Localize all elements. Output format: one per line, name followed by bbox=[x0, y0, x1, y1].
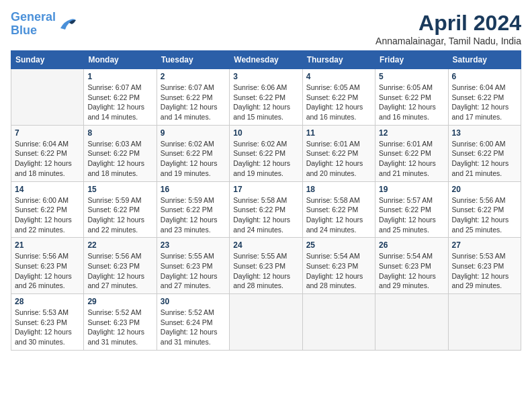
calendar-cell: 6Sunrise: 6:04 AMSunset: 6:22 PMDaylight… bbox=[448, 69, 521, 126]
day-info: Sunrise: 5:58 AMSunset: 6:22 PMDaylight:… bbox=[306, 195, 371, 235]
day-number: 29 bbox=[87, 297, 152, 306]
calendar-cell: 13Sunrise: 6:00 AMSunset: 6:22 PMDayligh… bbox=[448, 125, 521, 181]
day-number: 15 bbox=[87, 185, 152, 194]
month-title: April 2024 bbox=[375, 11, 521, 36]
day-info: Sunrise: 5:55 AMSunset: 6:23 PMDaylight:… bbox=[233, 251, 298, 291]
day-info: Sunrise: 6:01 AMSunset: 6:22 PMDaylight:… bbox=[306, 139, 371, 179]
logo-bird-icon bbox=[57, 16, 77, 32]
day-number: 23 bbox=[161, 240, 226, 250]
logo: General Blue bbox=[11, 11, 77, 38]
weekday-header-tuesday: Tuesday bbox=[157, 51, 229, 69]
day-info: Sunrise: 5:53 AMSunset: 6:23 PMDaylight:… bbox=[15, 308, 80, 347]
calendar-cell: 30Sunrise: 5:52 AMSunset: 6:24 PMDayligh… bbox=[157, 294, 229, 351]
day-number: 9 bbox=[161, 128, 226, 138]
calendar-cell: 5Sunrise: 6:05 AMSunset: 6:22 PMDaylight… bbox=[375, 69, 448, 126]
calendar-cell: 18Sunrise: 5:58 AMSunset: 6:22 PMDayligh… bbox=[302, 181, 375, 238]
location-text: Annamalainagar, Tamil Nadu, India bbox=[375, 36, 521, 46]
day-number: 30 bbox=[161, 297, 226, 306]
day-info: Sunrise: 5:59 AMSunset: 6:22 PMDaylight:… bbox=[87, 195, 152, 235]
calendar-cell: 9Sunrise: 6:02 AMSunset: 6:22 PMDaylight… bbox=[157, 125, 229, 181]
calendar-cell: 23Sunrise: 5:55 AMSunset: 6:23 PMDayligh… bbox=[157, 238, 229, 294]
weekday-header-wednesday: Wednesday bbox=[230, 51, 302, 69]
calendar-week-row: 21Sunrise: 5:56 AMSunset: 6:23 PMDayligh… bbox=[11, 238, 521, 294]
title-block: April 2024 Annamalainagar, Tamil Nadu, I… bbox=[375, 11, 521, 46]
day-info: Sunrise: 6:07 AMSunset: 6:22 PMDaylight:… bbox=[161, 83, 226, 122]
calendar-cell bbox=[302, 294, 375, 351]
day-info: Sunrise: 5:57 AMSunset: 6:22 PMDaylight:… bbox=[379, 195, 444, 235]
day-number: 10 bbox=[233, 128, 298, 138]
weekday-header-thursday: Thursday bbox=[302, 51, 375, 69]
day-info: Sunrise: 6:00 AMSunset: 6:22 PMDaylight:… bbox=[15, 195, 80, 235]
logo-general: General bbox=[11, 10, 56, 24]
page-header: General Blue April 2024 Annamalainagar, … bbox=[11, 11, 521, 46]
calendar-week-row: 7Sunrise: 6:04 AMSunset: 6:22 PMDaylight… bbox=[11, 125, 521, 181]
calendar-cell: 27Sunrise: 5:53 AMSunset: 6:23 PMDayligh… bbox=[448, 238, 521, 294]
day-number: 7 bbox=[15, 128, 80, 138]
day-info: Sunrise: 6:07 AMSunset: 6:22 PMDaylight:… bbox=[87, 83, 152, 122]
day-info: Sunrise: 5:56 AMSunset: 6:22 PMDaylight:… bbox=[452, 195, 517, 235]
day-info: Sunrise: 6:04 AMSunset: 6:22 PMDaylight:… bbox=[15, 139, 80, 179]
calendar-cell bbox=[375, 294, 448, 351]
day-info: Sunrise: 6:05 AMSunset: 6:22 PMDaylight:… bbox=[306, 83, 371, 122]
day-info: Sunrise: 5:56 AMSunset: 6:23 PMDaylight:… bbox=[87, 251, 152, 291]
calendar-cell: 20Sunrise: 5:56 AMSunset: 6:22 PMDayligh… bbox=[448, 181, 521, 238]
day-number: 22 bbox=[87, 240, 152, 250]
calendar-cell: 11Sunrise: 6:01 AMSunset: 6:22 PMDayligh… bbox=[302, 125, 375, 181]
calendar-cell: 19Sunrise: 5:57 AMSunset: 6:22 PMDayligh… bbox=[375, 181, 448, 238]
calendar-header: SundayMondayTuesdayWednesdayThursdayFrid… bbox=[11, 51, 521, 69]
day-number: 20 bbox=[452, 185, 517, 194]
day-info: Sunrise: 6:02 AMSunset: 6:22 PMDaylight:… bbox=[233, 139, 298, 179]
day-number: 1 bbox=[87, 72, 152, 81]
day-number: 28 bbox=[15, 297, 80, 306]
calendar-cell: 26Sunrise: 5:54 AMSunset: 6:23 PMDayligh… bbox=[375, 238, 448, 294]
day-number: 18 bbox=[306, 185, 371, 194]
calendar-cell: 16Sunrise: 5:59 AMSunset: 6:22 PMDayligh… bbox=[157, 181, 229, 238]
day-info: Sunrise: 5:59 AMSunset: 6:22 PMDaylight:… bbox=[161, 195, 226, 235]
day-info: Sunrise: 6:04 AMSunset: 6:22 PMDaylight:… bbox=[452, 83, 517, 122]
day-info: Sunrise: 5:54 AMSunset: 6:23 PMDaylight:… bbox=[379, 251, 444, 291]
calendar-cell: 2Sunrise: 6:07 AMSunset: 6:22 PMDaylight… bbox=[157, 69, 229, 126]
calendar-cell: 25Sunrise: 5:54 AMSunset: 6:23 PMDayligh… bbox=[302, 238, 375, 294]
calendar-cell: 22Sunrise: 5:56 AMSunset: 6:23 PMDayligh… bbox=[84, 238, 157, 294]
day-info: Sunrise: 5:52 AMSunset: 6:23 PMDaylight:… bbox=[87, 308, 152, 347]
calendar-cell: 3Sunrise: 6:06 AMSunset: 6:22 PMDaylight… bbox=[230, 69, 302, 126]
day-info: Sunrise: 5:54 AMSunset: 6:23 PMDaylight:… bbox=[306, 251, 371, 291]
day-number: 13 bbox=[452, 128, 517, 138]
day-info: Sunrise: 5:52 AMSunset: 6:24 PMDaylight:… bbox=[161, 308, 226, 347]
calendar-cell: 15Sunrise: 5:59 AMSunset: 6:22 PMDayligh… bbox=[84, 181, 157, 238]
day-number: 26 bbox=[379, 240, 444, 250]
day-info: Sunrise: 6:06 AMSunset: 6:22 PMDaylight:… bbox=[233, 83, 298, 122]
calendar-week-row: 1Sunrise: 6:07 AMSunset: 6:22 PMDaylight… bbox=[11, 69, 521, 126]
day-number: 5 bbox=[379, 72, 444, 81]
day-number: 4 bbox=[306, 72, 371, 81]
day-info: Sunrise: 6:03 AMSunset: 6:22 PMDaylight:… bbox=[87, 139, 152, 179]
calendar-table: SundayMondayTuesdayWednesdayThursdayFrid… bbox=[11, 50, 521, 351]
day-info: Sunrise: 6:00 AMSunset: 6:22 PMDaylight:… bbox=[452, 139, 517, 179]
day-number: 16 bbox=[161, 185, 226, 194]
calendar-cell bbox=[448, 294, 521, 351]
day-info: Sunrise: 6:02 AMSunset: 6:22 PMDaylight:… bbox=[161, 139, 226, 179]
weekday-header-friday: Friday bbox=[375, 51, 448, 69]
day-number: 11 bbox=[306, 128, 371, 138]
day-info: Sunrise: 6:05 AMSunset: 6:22 PMDaylight:… bbox=[379, 83, 444, 122]
calendar-body: 1Sunrise: 6:07 AMSunset: 6:22 PMDaylight… bbox=[11, 69, 521, 351]
weekday-header-saturday: Saturday bbox=[448, 51, 521, 69]
calendar-cell: 7Sunrise: 6:04 AMSunset: 6:22 PMDaylight… bbox=[11, 125, 84, 181]
calendar-week-row: 14Sunrise: 6:00 AMSunset: 6:22 PMDayligh… bbox=[11, 181, 521, 238]
calendar-cell: 10Sunrise: 6:02 AMSunset: 6:22 PMDayligh… bbox=[230, 125, 302, 181]
calendar-cell bbox=[230, 294, 302, 351]
day-number: 17 bbox=[233, 185, 298, 194]
day-info: Sunrise: 5:53 AMSunset: 6:23 PMDaylight:… bbox=[452, 251, 517, 291]
calendar-cell: 8Sunrise: 6:03 AMSunset: 6:22 PMDaylight… bbox=[84, 125, 157, 181]
day-number: 24 bbox=[233, 240, 298, 250]
day-number: 8 bbox=[87, 128, 152, 138]
calendar-cell: 21Sunrise: 5:56 AMSunset: 6:23 PMDayligh… bbox=[11, 238, 84, 294]
calendar-cell: 29Sunrise: 5:52 AMSunset: 6:23 PMDayligh… bbox=[84, 294, 157, 351]
logo-blue: Blue bbox=[11, 24, 37, 37]
calendar-cell: 12Sunrise: 6:01 AMSunset: 6:22 PMDayligh… bbox=[375, 125, 448, 181]
calendar-week-row: 28Sunrise: 5:53 AMSunset: 6:23 PMDayligh… bbox=[11, 294, 521, 351]
day-number: 27 bbox=[452, 240, 517, 250]
calendar-cell bbox=[11, 69, 84, 126]
calendar-cell: 17Sunrise: 5:58 AMSunset: 6:22 PMDayligh… bbox=[230, 181, 302, 238]
day-info: Sunrise: 6:01 AMSunset: 6:22 PMDaylight:… bbox=[379, 139, 444, 179]
